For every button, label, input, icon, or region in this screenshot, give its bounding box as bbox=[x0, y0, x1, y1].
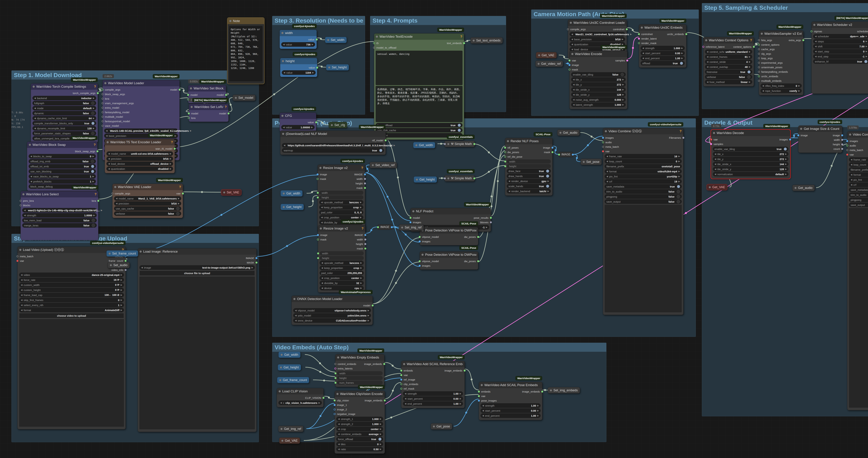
help-icon[interactable]: ? bbox=[179, 185, 181, 189]
decrement-arrow-icon[interactable]: ◀ bbox=[815, 45, 816, 48]
onnx-loader-widget-yolo-model[interactable]: ◀yolo_modelyolov10m.onnx▶ bbox=[293, 313, 371, 318]
group-title[interactable]: Step 5. Sampling & Scheduler bbox=[702, 3, 868, 12]
set-pose[interactable]: Set_pose bbox=[581, 159, 602, 165]
sampler-extra-input-port-uni3c_embeds[interactable] bbox=[758, 75, 760, 77]
increment-arrow-icon[interactable]: ▶ bbox=[681, 52, 683, 54]
toggle-icon[interactable] bbox=[546, 170, 549, 173]
set-block-input-port-model[interactable] bbox=[187, 94, 189, 96]
pose-detect-1-input-port-images[interactable] bbox=[419, 241, 421, 242]
resize-2-input-port-mask[interactable] bbox=[317, 239, 319, 241]
vae-loader-widget-use-cpu-cache[interactable]: use_cpu_cachefalse bbox=[114, 206, 181, 211]
block-swap-widget-offload-img-emb[interactable]: offload_img_embfalse bbox=[29, 159, 96, 163]
add-scail-ref-widget-end-percent[interactable]: ◀end_percent1.00▶ bbox=[403, 401, 463, 406]
render-nlf[interactable]: SCAIL-PoseRender NLF Posesnlf_posesimage… bbox=[505, 138, 553, 196]
resize-2-widget-pad-color[interactable]: pad_color255,255,255 bbox=[319, 271, 364, 275]
increment-arrow-icon[interactable]: ▶ bbox=[678, 170, 680, 173]
empty-embeds-input-port-num_frames[interactable] bbox=[335, 382, 336, 384]
vae-loader-input-port-compile_args[interactable] bbox=[112, 192, 113, 194]
increment-arrow-icon[interactable]: ▶ bbox=[622, 88, 624, 91]
decrement-arrow-icon[interactable]: ◀ bbox=[405, 402, 406, 405]
video-combine-pose-output-port-Filenames[interactable] bbox=[682, 137, 684, 139]
load-video-widget-frame-load-cap[interactable]: ◀frame_load_cap100← 169 ⊘▶ bbox=[19, 293, 124, 297]
toggle-icon[interactable] bbox=[378, 438, 381, 440]
increment-arrow-icon[interactable]: ▶ bbox=[678, 160, 680, 162]
text-encode[interactable]: WanVideoWrapperWanVideo TextEncode?t5tex… bbox=[374, 33, 464, 140]
wan-decode-widget-enable-vae-tiling[interactable]: enable_vae_tilingtrue bbox=[713, 147, 788, 151]
help-icon[interactable]: ? bbox=[225, 105, 227, 109]
collapse-dot-icon[interactable] bbox=[22, 193, 25, 195]
decrement-arrow-icon[interactable]: ◀ bbox=[571, 33, 573, 35]
decrement-arrow-icon[interactable]: ◀ bbox=[850, 163, 852, 166]
nlf-loader-widget-warmup[interactable]: warmuptrue bbox=[282, 148, 384, 153]
collapse-dot-icon[interactable] bbox=[327, 39, 329, 41]
decrement-arrow-icon[interactable]: ◀ bbox=[21, 279, 22, 281]
increment-arrow-icon[interactable]: ▶ bbox=[785, 173, 787, 175]
nlf-predict-output-port-bboxes[interactable] bbox=[490, 221, 492, 223]
increment-arrow-icon[interactable]: ▶ bbox=[318, 402, 320, 404]
decrement-arrow-icon[interactable]: ◀ bbox=[571, 43, 573, 45]
wan-encode-header[interactable]: WanVideo Encode bbox=[569, 51, 627, 57]
sampler-extra-input-port-loop_args[interactable] bbox=[758, 57, 760, 59]
render-nlf-input-port-width[interactable] bbox=[504, 161, 506, 162]
toggle-icon[interactable] bbox=[677, 200, 680, 203]
resize-2[interactable]: comfyui-kjnodesResize Image v2?imageIMAG… bbox=[318, 225, 365, 293]
video-combine-pose-widget-loop-count[interactable]: ◀loop_count0▶ bbox=[604, 159, 682, 163]
sampler-extra[interactable]: WanVideoWrapperWanVideoSampler v2 Extra.… bbox=[759, 30, 803, 95]
decrement-arrow-icon[interactable]: ◀ bbox=[108, 157, 110, 160]
decrement-arrow-icon[interactable]: ◀ bbox=[283, 43, 284, 45]
width-node-output-port-value[interactable] bbox=[316, 38, 318, 40]
decrement-arrow-icon[interactable]: ◀ bbox=[715, 163, 716, 165]
decrement-arrow-icon[interactable]: ◀ bbox=[850, 179, 852, 181]
context-options-widget-verbose[interactable]: verbosefalse bbox=[705, 75, 752, 79]
model-loader-input-port-block_swap_args[interactable] bbox=[101, 93, 103, 95]
collapse-dot-icon[interactable] bbox=[641, 27, 643, 29]
nlf-predict-output-port-pose_results[interactable] bbox=[490, 217, 492, 219]
decrement-arrow-icon[interactable]: ◀ bbox=[607, 155, 608, 157]
block-swap-widget-vace-blocks-to-swap[interactable]: ◀vace_blocks_to_swap1▶ bbox=[29, 174, 96, 179]
increment-arrow-icon[interactable]: ▶ bbox=[178, 202, 180, 205]
lora-select-widget-value[interactable]: ◀wan21-lightx2v-i2v-14b-480p-cfg-step-di… bbox=[22, 208, 97, 213]
reroute-image-pose[interactable]: IMAGE bbox=[559, 152, 573, 157]
render-nlf-widget-render-device[interactable]: ◀render_devicegpu▶ bbox=[507, 179, 551, 183]
toggle-icon[interactable] bbox=[621, 73, 624, 76]
video-combine-pose[interactable]: comfyui-videohelpersuiteVideo Combine ⓋⒽ… bbox=[603, 128, 683, 315]
model-loader-header[interactable]: WanVideo Model Loader bbox=[102, 80, 180, 86]
pose-detect-2[interactable]: SCAIL-PosePose Detection VitPose to DWPo… bbox=[420, 251, 478, 270]
clipvision-encode-widget-force-offload[interactable]: force_offloadtrue bbox=[336, 437, 383, 441]
collapse-dot-icon[interactable] bbox=[570, 22, 572, 24]
video-combine-out[interactable]: 1.576scomfyui-videohelpersuiteVideo Comb… bbox=[847, 131, 868, 410]
clipvision-encode-input-port-image_2[interactable] bbox=[334, 408, 336, 410]
get-img-ref[interactable]: Get_img_ref bbox=[278, 426, 304, 432]
decrement-arrow-icon[interactable]: ◀ bbox=[321, 206, 322, 209]
vae-loader-output-port-vae[interactable] bbox=[182, 192, 184, 194]
cfg-node[interactable]: comfyui-kjnodesCFGvalue◀value1.00000▶ bbox=[279, 113, 316, 132]
context-options-input-port-reference_latent[interactable] bbox=[702, 46, 704, 48]
text-encode-widget-use-disk-cache[interactable]: use_disk_cachetrue bbox=[376, 128, 462, 132]
decrement-arrow-icon[interactable]: ◀ bbox=[321, 216, 322, 219]
block-swap-widget-blocks-to-swap[interactable]: ◀blocks_to_swap0▶ bbox=[29, 154, 96, 158]
increment-arrow-icon[interactable]: ▶ bbox=[798, 90, 800, 92]
video-combine-out-input-port-images[interactable] bbox=[846, 140, 848, 142]
decrement-arrow-icon[interactable]: ◀ bbox=[715, 153, 716, 155]
clipvision-encode-widget-tiles[interactable]: ◀tiles0▶ bbox=[336, 442, 383, 446]
resize-1-widget-keep-proportion[interactable]: ◀keep_proportioncrop▶ bbox=[319, 205, 363, 210]
resize-2-output-port-width[interactable] bbox=[364, 239, 366, 241]
collapse-dot-icon[interactable] bbox=[319, 167, 321, 169]
increment-arrow-icon[interactable]: ▶ bbox=[622, 83, 624, 86]
wan-decode-widget-tile-stride-y[interactable]: ◀tile_stride_y128▶ bbox=[713, 167, 788, 171]
decrement-arrow-icon[interactable]: ◀ bbox=[571, 48, 573, 51]
lora-select-input-port-prev_lora[interactable] bbox=[20, 200, 22, 202]
decrement-arrow-icon[interactable]: ◀ bbox=[405, 397, 406, 400]
toggle-icon[interactable] bbox=[458, 129, 461, 132]
decrement-arrow-icon[interactable]: ◀ bbox=[850, 184, 852, 186]
increment-arrow-icon[interactable]: ▶ bbox=[93, 175, 94, 178]
decrement-arrow-icon[interactable]: ◀ bbox=[321, 262, 323, 264]
toggle-icon[interactable] bbox=[747, 75, 750, 79]
empty-embeds-input-port-width[interactable] bbox=[335, 372, 336, 374]
torch-compile-widget-dynamic[interactable]: dynamicfalse bbox=[32, 111, 96, 116]
reroute-image-ref[interactable]: IMAGE bbox=[378, 224, 392, 230]
decrement-arrow-icon[interactable]: ◀ bbox=[707, 61, 708, 63]
set-width[interactable]: Set_width bbox=[325, 37, 347, 43]
decrement-arrow-icon[interactable]: ◀ bbox=[21, 284, 22, 286]
torch-compile-widget-dynamo-cache-size-limit[interactable]: ◀dynamo_cache_size_limit64▶ bbox=[32, 116, 96, 121]
